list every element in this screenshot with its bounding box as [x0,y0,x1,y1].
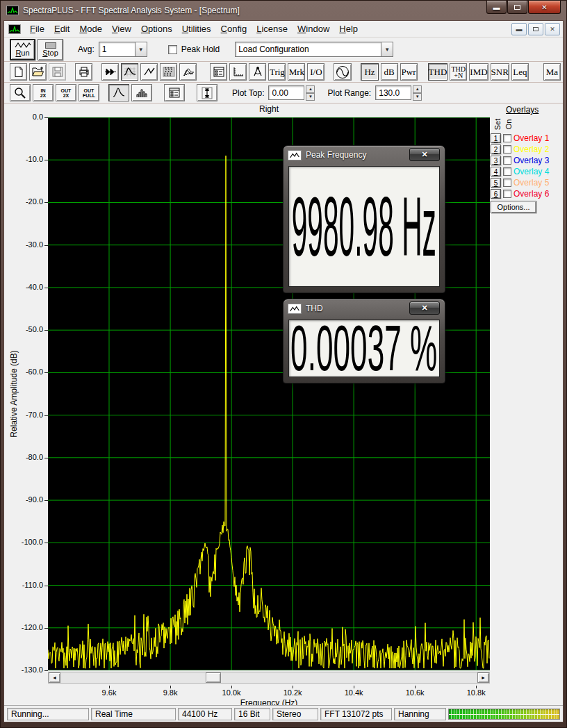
spectrogram-view-button[interactable] [160,63,177,81]
overlay-row-2: 2Overlay 2 [491,144,549,154]
zoom-in-2x-button[interactable]: IN2X [33,84,54,101]
menu-item-file[interactable]: File [25,22,49,36]
overlay-6-set-button[interactable]: 6 [491,189,501,199]
load-configuration-dropdown-icon[interactable]: ▼ [381,42,393,57]
thd-titlebar[interactable]: THD ✕ [284,299,445,317]
menu-item-config[interactable]: Config [216,22,252,36]
time-series-view-icon [142,66,156,78]
time-compression-button[interactable] [101,63,119,81]
stop-button[interactable]: Stop [38,39,63,60]
menu-item-help[interactable]: Help [334,22,363,36]
overlay-3-on-checkbox[interactable] [503,156,511,165]
overlay-2-on-checkbox[interactable] [503,145,511,154]
plot-range-spinner[interactable]: ▲▼ [413,85,422,101]
save-file-button[interactable] [49,63,66,81]
title-bar[interactable]: SpectraPLUS - FFT Spectral Analysis Syst… [1,1,566,20]
overlay-2-set-button[interactable]: 2 [491,144,501,154]
menu-items: FileEditModeViewOptionsUtilitiesConfigLi… [25,22,363,36]
avg-combobox[interactable]: 1 ▼ [99,42,147,57]
imd-readout-button[interactable]: IMD [469,63,488,81]
peak-frequency-title: Peak Frequency [306,150,366,160]
amplitude-scale-button[interactable] [229,63,247,81]
run-button[interactable]: Run [10,39,35,60]
display-options-button[interactable] [164,84,185,101]
overlay-4-on-checkbox[interactable] [503,167,511,176]
hz-readout-button[interactable]: Hz [361,63,378,81]
y-tick-mark [44,117,48,118]
y-tick-mark [44,330,48,331]
y-tick-label: -20.0 [4,197,43,207]
thd-close-button[interactable]: ✕ [409,301,440,315]
overlay-1-label: Overlay 1 [513,133,549,143]
menu-item-edit[interactable]: Edit [49,22,74,36]
leq-readout-button[interactable]: Leq [511,63,529,81]
mdi-close-button[interactable]: ✕ [545,23,560,35]
overlay-1-on-checkbox[interactable] [503,134,511,142]
mdi-system-icon[interactable] [8,24,21,34]
peak-frequency-close-button[interactable]: ✕ [409,148,440,161]
menu-item-options[interactable]: Options [136,22,177,36]
time-series-view-button[interactable] [140,63,158,81]
overlay-4-set-button[interactable]: 4 [491,167,501,176]
maximize-button[interactable] [507,1,527,14]
narrowband-view-button[interactable] [108,84,129,101]
peak-frequency-window[interactable]: Peak Frequency ✕ 9980.98 Hz [283,145,445,293]
new-file-button[interactable] [10,63,27,81]
frequency-scrollbar[interactable]: ◄ ► [48,672,490,684]
status-field-4: Stereo [272,708,318,720]
overlay-3-set-button[interactable]: 3 [491,156,501,165]
thd-readout-button[interactable]: THD [428,63,448,81]
signal-generator-icon [334,65,351,80]
plot-top-input[interactable]: 0.00 [268,85,304,100]
plot-range-input[interactable]: 130.0 [375,85,411,100]
macro-button[interactable]: Ma [543,63,561,81]
print-button[interactable] [75,63,92,81]
menu-item-mode[interactable]: Mode [74,22,107,36]
status-field-5: FFT 131072 pts [320,708,392,720]
overlay-5-set-button[interactable]: 5 [491,178,501,188]
db-readout-button[interactable]: dB [381,63,398,81]
overlay-options-button[interactable]: Options... [491,201,536,213]
icon-toolbar: TrigMrkI/OHzdBPwrTHDTHD+NIMDSNRLeqMa [4,62,563,83]
zoom-out-full-button[interactable]: OUTFULL [79,84,99,101]
menu-item-license[interactable]: License [252,22,293,36]
zoom-button[interactable] [10,84,31,101]
mdi-restore-button[interactable] [528,23,543,35]
application-window: SpectraPLUS - FFT Spectral Analysis Syst… [0,0,567,728]
menu-item-view[interactable]: View [107,22,136,36]
thd-window[interactable]: THD ✕ 0.00037 % [283,299,445,383]
menu-item-utilities[interactable]: Utilities [177,22,216,36]
menu-item-window[interactable]: Window [293,22,334,36]
thd-n-readout-button[interactable]: THD+N [450,63,467,81]
spectrum-view-button[interactable] [121,63,138,81]
open-file-button[interactable] [29,63,47,81]
plot-top-spinner[interactable]: ▲▼ [306,85,315,101]
marker-button[interactable]: Mrk [288,63,305,81]
minimize-button[interactable]: ▬ [486,1,507,14]
signal-generator-button[interactable] [334,63,352,81]
overlay-5-on-checkbox[interactable] [503,179,511,187]
peak-frequency-titlebar[interactable]: Peak Frequency ✕ [284,146,445,164]
phase-compass-button[interactable] [249,63,266,81]
status-field-6: Hanning [394,708,446,720]
scroll-right-arrow[interactable]: ► [477,672,489,683]
surface-view-button[interactable] [179,63,197,81]
display-settings-button[interactable] [210,63,227,81]
octave-view-button[interactable] [131,84,152,101]
avg-dropdown-icon[interactable]: ▼ [135,42,147,57]
scroll-left-arrow[interactable]: ◄ [49,672,60,683]
overlay-1-set-button[interactable]: 1 [491,133,501,143]
peak-hold-checkbox[interactable] [168,45,177,54]
thd-display: 0.00037 % [288,320,440,377]
trigger-button[interactable]: Trig [268,63,286,81]
zoom-out-2x-button[interactable]: OUT2X [56,84,76,101]
overlay-6-on-checkbox[interactable] [503,190,511,198]
vertical-autoscale-button[interactable] [197,84,217,101]
scrollbar-thumb[interactable] [206,672,221,683]
snr-readout-button[interactable]: SNR [491,63,509,81]
close-button[interactable]: ✕ [528,1,561,14]
pwr-readout-button[interactable]: Pwr [400,63,418,81]
mdi-minimize-button[interactable]: ▬ [511,23,527,35]
io-button[interactable]: I/O [307,63,324,81]
load-configuration-combobox[interactable]: Load Configuration ▼ [235,42,393,57]
